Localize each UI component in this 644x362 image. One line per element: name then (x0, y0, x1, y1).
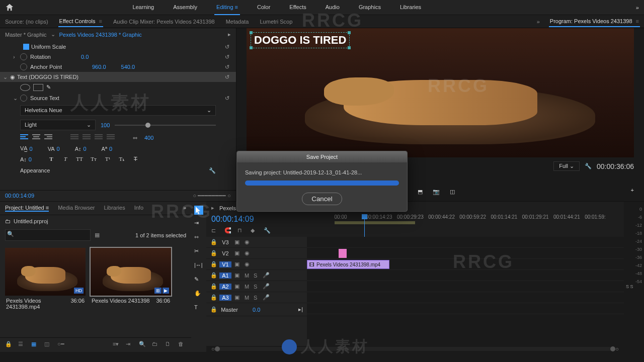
progress-bar (245, 180, 399, 186)
dialog-message: Saving project: Untitled-2019-12-13_01-4… (245, 169, 399, 175)
save-project-dialog: Save Project Saving project: Untitled-20… (236, 151, 408, 212)
dialog-overlay: Save Project Saving project: Untitled-20… (0, 0, 644, 362)
cancel-button[interactable]: Cancel (302, 193, 342, 205)
dialog-title: Save Project (237, 151, 407, 162)
